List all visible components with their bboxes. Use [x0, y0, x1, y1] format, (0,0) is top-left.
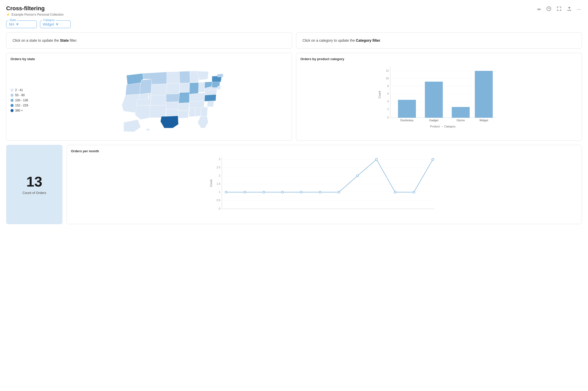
svg-text:Widget: Widget — [479, 119, 488, 122]
point-5[interactable] — [319, 191, 321, 193]
state-az[interactable] — [135, 105, 150, 120]
state-ak[interactable] — [124, 120, 141, 132]
line-chart-title: Orders per month — [71, 149, 578, 153]
state-ne[interactable] — [166, 94, 180, 102]
map-legend: 2 - 41 55 - 90 100 - 136 152 - 229 — [10, 88, 39, 112]
bottom-row: 13 Count of Orders Orders per month 0 0.… — [6, 145, 582, 224]
edit-button[interactable]: ✏ — [536, 6, 542, 13]
us-map[interactable] — [43, 64, 288, 136]
point-6[interactable] — [338, 191, 340, 193]
state-la[interactable] — [178, 111, 189, 118]
bar-chart-title: Orders by product category — [300, 57, 578, 61]
svg-text:1: 1 — [219, 191, 220, 193]
state-bold: State — [60, 38, 69, 42]
expand-button[interactable] — [555, 5, 563, 14]
header-left: Cross-filtering ⚡ Example Person's Perso… — [6, 5, 64, 16]
point-2[interactable] — [263, 191, 265, 193]
state-al[interactable] — [195, 107, 201, 116]
point-9[interactable] — [394, 191, 396, 193]
bar-widget[interactable] — [475, 71, 493, 118]
point-8[interactable] — [375, 158, 377, 160]
legend-label-1: 2 - 41 — [15, 88, 23, 92]
state-filter-label: State — [8, 18, 17, 21]
state-id[interactable] — [140, 79, 152, 94]
legend-dot-1 — [10, 89, 14, 92]
svg-text:12: 12 — [386, 69, 389, 72]
state-info-panel[interactable]: Click on a state to update the State fil… — [6, 32, 292, 49]
state-or[interactable] — [125, 83, 141, 95]
info-panels: Click on a state to update the State fil… — [6, 32, 582, 49]
bar-chart-card[interactable]: Orders by product category 0 2 4 6 — [296, 53, 582, 141]
map-card[interactable]: Orders by state 2 - 41 55 - 90 100 - 136 — [6, 53, 292, 141]
category-filter-value: Widget — [43, 22, 54, 26]
line-chart-card[interactable]: Orders per month 0 0.5 1 1.5 2 2.5 3 — [67, 145, 582, 224]
svg-text:0.5: 0.5 — [217, 199, 220, 202]
state-filter[interactable]: State NH × — [6, 20, 37, 28]
svg-text:Gadget: Gadget — [429, 119, 438, 122]
state-il[interactable] — [189, 83, 199, 94]
legend-dot-3 — [10, 99, 14, 102]
point-0[interactable] — [225, 191, 227, 193]
bar-chart-svg[interactable]: 0 2 4 6 8 10 12 Count — [300, 64, 578, 131]
state-filter-clear[interactable]: × — [16, 22, 18, 26]
svg-text:Product → Category: Product → Category — [430, 125, 456, 128]
state-ks[interactable] — [166, 102, 179, 109]
line-chart-svg[interactable]: 0 0.5 1 1.5 2 2.5 3 Count — [71, 155, 578, 219]
breadcrumb-text: Example Person's Personal Collection — [12, 13, 64, 16]
svg-text:2.5: 2.5 — [217, 166, 220, 169]
state-co[interactable] — [150, 95, 166, 106]
state-tn[interactable] — [189, 101, 204, 108]
state-hi[interactable] — [146, 128, 150, 131]
svg-text:6: 6 — [387, 92, 389, 95]
point-10[interactable] — [413, 191, 415, 193]
legend-label-5: 380 + — [15, 109, 23, 112]
state-fl[interactable] — [198, 116, 208, 128]
state-ok[interactable] — [166, 109, 178, 116]
state-in[interactable] — [198, 82, 205, 92]
state-ms[interactable] — [189, 108, 195, 117]
svg-text:Count: Count — [209, 180, 213, 187]
category-info-panel[interactable]: Click on a category to update the Catego… — [296, 32, 582, 49]
header-actions: ✏ ··· — [536, 5, 582, 14]
state-sd[interactable] — [166, 83, 180, 94]
state-nj[interactable] — [217, 86, 221, 90]
state-ga[interactable] — [201, 107, 208, 116]
svg-text:Doohickey: Doohickey — [400, 119, 414, 122]
state-ia[interactable] — [180, 83, 190, 93]
legend-dot-4 — [10, 104, 14, 107]
filters-bar: State NH × Category Widget × — [6, 20, 582, 28]
header: Cross-filtering ⚡ Example Person's Perso… — [6, 5, 582, 16]
state-nc[interactable] — [204, 94, 216, 101]
state-ne-region[interactable] — [217, 74, 223, 77]
usa-map-svg[interactable] — [43, 64, 288, 136]
point-11[interactable] — [432, 158, 434, 160]
category-filter[interactable]: Category Widget × — [40, 20, 71, 28]
state-wy[interactable] — [151, 84, 167, 95]
clock-button[interactable] — [545, 5, 552, 14]
state-tx[interactable] — [161, 116, 178, 128]
category-filter-clear[interactable]: × — [56, 22, 58, 26]
category-bold: Category filter — [356, 38, 380, 42]
state-nd[interactable] — [167, 72, 180, 84]
point-7[interactable] — [356, 175, 359, 177]
point-1[interactable] — [244, 191, 246, 193]
point-4[interactable] — [300, 191, 302, 193]
state-mo[interactable] — [179, 92, 190, 103]
legend-label-2: 55 - 90 — [15, 93, 25, 97]
legend-item-3: 100 - 136 — [10, 99, 39, 102]
bar-doohickey[interactable] — [398, 100, 416, 118]
legend-dot-2 — [10, 94, 14, 97]
bar-gadget[interactable] — [425, 82, 443, 118]
point-3[interactable] — [281, 191, 284, 193]
bar-gizmo[interactable] — [452, 107, 470, 118]
state-ky[interactable] — [189, 93, 205, 102]
map-container: 2 - 41 55 - 90 100 - 136 152 - 229 — [10, 64, 288, 136]
legend-item-4: 152 - 229 — [10, 104, 39, 107]
more-button[interactable]: ··· — [576, 6, 582, 13]
share-button[interactable] — [566, 5, 573, 14]
state-mn[interactable] — [179, 71, 190, 83]
legend-dot-5 — [10, 109, 14, 112]
state-nm[interactable] — [150, 105, 166, 118]
svg-text:2: 2 — [387, 108, 389, 111]
state-ar[interactable] — [178, 103, 189, 111]
